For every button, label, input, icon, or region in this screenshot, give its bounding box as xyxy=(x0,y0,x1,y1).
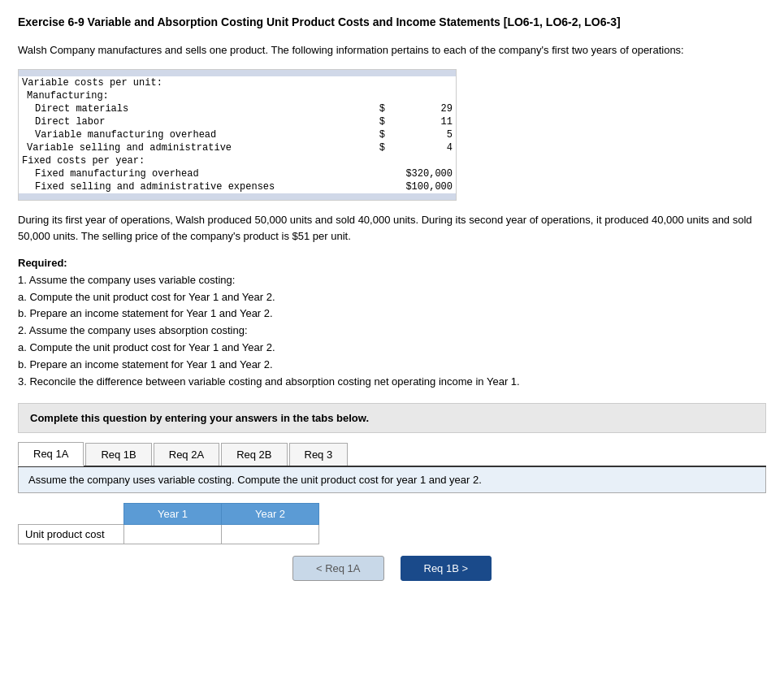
cost-table-bottom-border xyxy=(19,193,456,200)
variable-sga-label: Variable selling and administrative xyxy=(19,141,368,154)
direct-materials-symbol: $ xyxy=(368,102,388,115)
answer-table-year2-header: Year 2 xyxy=(222,504,319,525)
cost-row-manufacturing: Manufacturing: xyxy=(19,89,456,102)
fixed-mfg-label: Fixed manufacturing overhead xyxy=(19,167,368,180)
next-button-label: Req 1B > xyxy=(424,562,469,574)
answer-table-year1-header: Year 1 xyxy=(124,504,222,525)
variable-mfg-value: 5 xyxy=(388,128,456,141)
answer-table: Year 1 Year 2 Unit product cost xyxy=(18,503,319,544)
req-item-2a: a. Compute the unit product cost for Yea… xyxy=(18,341,275,353)
direct-labor-label: Direct labor xyxy=(19,115,368,128)
prev-button-label: < Req 1A xyxy=(316,562,361,574)
manufacturing-label: Manufacturing: xyxy=(19,89,368,102)
prev-button[interactable]: < Req 1A xyxy=(292,556,384,581)
tab-content-area: Assume the company uses variable costing… xyxy=(18,467,766,493)
intro-text: Walsh Company manufactures and sells one… xyxy=(18,42,766,58)
cost-table-container: Variable costs per unit: Manufacturing: … xyxy=(18,69,457,201)
req-item-2b: b. Prepare an income statement for Year … xyxy=(18,358,273,370)
cost-row-fixed-header: Fixed costs per year: xyxy=(19,154,456,167)
answer-table-row: Unit product cost xyxy=(19,525,319,544)
year2-input[interactable] xyxy=(222,525,318,544)
cost-row-variable-mfg: Variable manufacturing overhead $ 5 xyxy=(19,128,456,141)
cost-row-fixed-mfg: Fixed manufacturing overhead $320,000 xyxy=(19,167,456,180)
cost-header-label: Variable costs per unit: xyxy=(19,76,368,89)
tab-req1b[interactable]: Req 1B xyxy=(85,443,151,466)
tab-req2a-label: Req 2A xyxy=(169,448,204,461)
description-text: During its first year of operations, Wal… xyxy=(18,212,766,244)
required-section: Required: 1. Assume the company uses var… xyxy=(18,255,766,390)
tab-req2b-label: Req 2B xyxy=(236,448,271,461)
year1-input-cell[interactable] xyxy=(124,525,222,544)
variable-sga-value: 4 xyxy=(388,141,456,154)
req-item-3: 3. Reconcile the difference between vari… xyxy=(18,375,520,388)
tab-req3[interactable]: Req 3 xyxy=(289,443,349,466)
year1-input[interactable] xyxy=(124,525,221,544)
req-item-2: 2. Assume the company uses absorption co… xyxy=(18,324,248,336)
answer-table-section: Year 1 Year 2 Unit product cost xyxy=(18,503,766,544)
tab-req2a[interactable]: Req 2A xyxy=(154,443,219,466)
nav-buttons: < Req 1A Req 1B > xyxy=(18,556,766,581)
variable-mfg-symbol: $ xyxy=(368,128,388,141)
cost-row-fixed-sga: Fixed selling and administrative expense… xyxy=(19,180,456,193)
req-item-1: 1. Assume the company uses variable cost… xyxy=(18,274,235,286)
complete-instruction-box: Complete this question by entering your … xyxy=(18,403,766,433)
direct-materials-label: Direct materials xyxy=(19,102,368,115)
direct-labor-symbol: $ xyxy=(368,115,388,128)
unit-product-cost-label: Unit product cost xyxy=(19,525,124,544)
cost-row-variable-sga: Variable selling and administrative $ 4 xyxy=(19,141,456,154)
cost-table-top-border xyxy=(19,70,456,76)
tab-req3-label: Req 3 xyxy=(305,448,333,461)
fixed-sga-value: $100,000 xyxy=(388,180,456,193)
variable-mfg-label: Variable manufacturing overhead xyxy=(19,128,368,141)
cost-row-direct-materials: Direct materials $ 29 xyxy=(19,102,456,115)
page-title: Exercise 6-9 Variable and Absorption Cos… xyxy=(18,15,766,31)
tabs-container: Req 1A Req 1B Req 2A Req 2B Req 3 xyxy=(18,433,766,467)
fixed-costs-label: Fixed costs per year: xyxy=(19,154,368,167)
year2-input-cell[interactable] xyxy=(222,525,319,544)
req-item-1b: b. Prepare an income statement for Year … xyxy=(18,307,273,319)
required-title: Required: xyxy=(18,257,67,269)
req-item-1a: a. Compute the unit product cost for Yea… xyxy=(18,291,275,303)
tab-req2b[interactable]: Req 2B xyxy=(221,443,287,466)
complete-instruction-text: Complete this question by entering your … xyxy=(30,412,369,424)
direct-materials-value: 29 xyxy=(388,102,456,115)
fixed-mfg-value: $320,000 xyxy=(388,167,456,180)
variable-sga-symbol: $ xyxy=(368,141,388,154)
tab-req1a[interactable]: Req 1A xyxy=(18,442,84,466)
tab-req1b-label: Req 1B xyxy=(101,448,136,461)
cost-row-header: Variable costs per unit: xyxy=(19,76,456,89)
next-button[interactable]: Req 1B > xyxy=(401,556,492,581)
tab-content-text: Assume the company uses variable costing… xyxy=(28,474,482,486)
direct-labor-value: 11 xyxy=(388,115,456,128)
tab-req1a-label: Req 1A xyxy=(33,448,68,460)
fixed-sga-label: Fixed selling and administrative expense… xyxy=(19,180,368,193)
answer-table-empty-header xyxy=(19,504,124,525)
cost-row-direct-labor: Direct labor $ 11 xyxy=(19,115,456,128)
